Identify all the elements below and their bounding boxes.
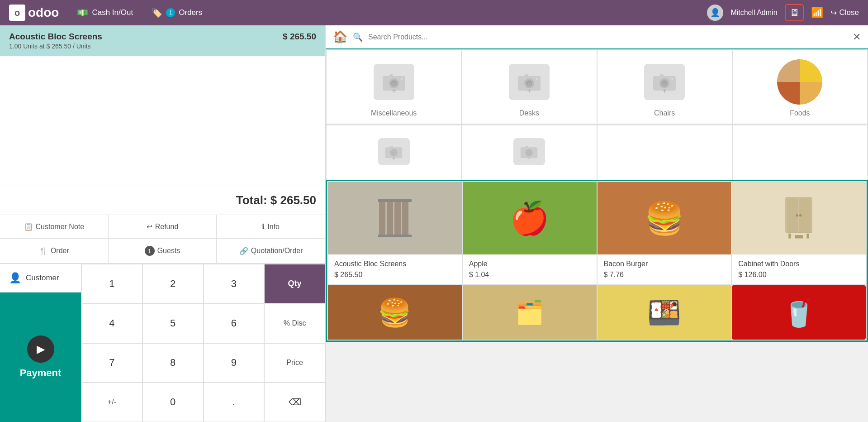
category-extra-1[interactable]: +: [327, 125, 461, 180]
search-close-icon[interactable]: ✕: [853, 31, 861, 43]
product-cabinet[interactable]: Cabinet with Doors $ 126.00: [732, 182, 866, 284]
logo: o odoo: [9, 5, 59, 21]
key-plusminus[interactable]: +/-: [81, 383, 142, 422]
quotation-button[interactable]: 🔗 Quotation/Order: [217, 239, 325, 264]
key-0[interactable]: 0: [142, 383, 204, 422]
product-acoustic[interactable]: Acoustic Bloc Screens $ 265.50: [328, 182, 462, 284]
camera-placeholder-chairs: +: [644, 64, 685, 100]
quotation-icon: 🔗: [239, 247, 248, 255]
key-1[interactable]: 1: [81, 264, 142, 303]
camera-placeholder-6: +: [513, 138, 545, 165]
product-name-cabinet: Cabinet with Doors: [738, 260, 859, 268]
close-icon: ↪: [830, 8, 837, 18]
svg-rect-43: [788, 234, 791, 239]
right-panel: 🏠 🔍 ✕: [326, 25, 868, 422]
products-grid: Acoustic Bloc Screens $ 265.50 🍎 Apple $…: [327, 181, 867, 340]
category-chairs[interactable]: + Chairs: [598, 50, 732, 124]
svg-rect-19: [660, 74, 664, 77]
key-disc[interactable]: % Disc: [264, 303, 325, 343]
order-item-name: Acoustic Bloc Screens: [9, 32, 102, 42]
customer-note-button[interactable]: 📋 Customer Note: [0, 215, 109, 239]
key-2[interactable]: 2: [142, 264, 204, 303]
chevron-right-icon: ▶: [37, 343, 45, 355]
cash-icon: 💵: [77, 7, 88, 18]
product-burger2[interactable]: 🍔: [328, 285, 462, 340]
order-button[interactable]: 🍴 Order: [0, 239, 109, 264]
camera-placeholder-desks: +: [509, 64, 550, 100]
svg-rect-30: [526, 146, 528, 148]
numpad: 1 2 3 Qty 4 5 6 % Disc 7 8 9 Price +/- 0…: [81, 264, 325, 422]
key-9[interactable]: 9: [204, 343, 265, 383]
key-4[interactable]: 4: [81, 303, 142, 343]
order-item-detail: 1.00 Units at $ 265.50 / Units: [9, 43, 102, 50]
order-item: Acoustic Bloc Screens 1.00 Units at $ 26…: [0, 25, 325, 56]
key-6[interactable]: 6: [204, 303, 265, 343]
top-nav: o odoo 💵 Cash In/Out 🏷️ 1 Orders 👤 Mitch…: [0, 0, 868, 25]
product-bacon-burger[interactable]: 🍔 Bacon Burger $ 7.76: [598, 182, 731, 284]
left-panel: Acoustic Bloc Screens 1.00 Units at $ 26…: [0, 25, 326, 422]
key-dot[interactable]: .: [204, 383, 265, 422]
svg-rect-35: [402, 200, 408, 236]
wifi-icon: 📶: [811, 7, 823, 19]
screen-button[interactable]: 🖥: [785, 4, 804, 21]
monitor-icon: 🖥: [789, 7, 799, 19]
svg-text:+: +: [527, 87, 531, 93]
customer-button[interactable]: 👤 Customer: [0, 264, 81, 293]
search-input[interactable]: [368, 33, 847, 41]
info-button[interactable]: ℹ Info: [217, 215, 325, 239]
svg-point-4: [401, 78, 403, 80]
products-scroll: + Miscellaneous: [326, 49, 868, 422]
info-icon: ℹ: [262, 222, 265, 231]
category-miscellaneous[interactable]: + Miscellaneous: [327, 50, 461, 124]
payment-circle: ▶: [27, 336, 54, 363]
svg-rect-26: [390, 146, 393, 148]
product-wood[interactable]: 🗂️: [463, 285, 597, 340]
home-button[interactable]: 🏠: [333, 30, 347, 44]
logo-icon: o: [9, 5, 25, 21]
category-desks[interactable]: + Desks: [462, 50, 596, 124]
key-backspace[interactable]: ⌫: [264, 383, 325, 422]
key-qty[interactable]: Qty: [264, 264, 325, 303]
svg-text:+: +: [392, 87, 396, 93]
search-bar: 🏠 🔍 ✕: [326, 25, 868, 49]
camera-placeholder-misc: +: [374, 64, 414, 100]
product-price-apple: $ 1.04: [469, 271, 590, 279]
payment-button[interactable]: ▶ Payment: [0, 293, 81, 422]
bottom-area: 👤 Customer ▶ Payment 1 2 3 Qty 4 5 6: [0, 264, 325, 422]
product-cheese[interactable]: 🍱: [598, 285, 731, 340]
refund-button[interactable]: ↩ Refund: [109, 215, 217, 239]
nav-right: 👤 Mitchell Admin 🖥 📶 ↪ Close: [707, 4, 859, 21]
refund-icon: ↩: [147, 222, 152, 231]
product-apple[interactable]: 🍎 Apple $ 1.04: [463, 182, 597, 284]
svg-text:+: +: [527, 155, 531, 160]
svg-rect-36: [378, 199, 412, 202]
svg-text:+: +: [662, 87, 666, 93]
product-cola[interactable]: 🥤: [732, 285, 866, 340]
key-7[interactable]: 7: [81, 343, 142, 383]
key-price[interactable]: Price: [264, 343, 325, 383]
orders-button[interactable]: 🏷️ 1 Orders: [151, 7, 202, 18]
main-layout: Acoustic Bloc Screens 1.00 Units at $ 26…: [0, 25, 868, 422]
guests-button[interactable]: 1 Guests: [109, 239, 217, 264]
customer-payment-col: 👤 Customer ▶ Payment: [0, 264, 81, 422]
customer-icon: 👤: [9, 272, 21, 284]
camera-placeholder-5: +: [378, 138, 410, 165]
svg-text:+: +: [392, 155, 395, 160]
category-extra-2[interactable]: +: [462, 125, 596, 180]
category-foods[interactable]: Foods: [733, 50, 867, 124]
order-item-price: $ 265.50: [283, 32, 316, 42]
guests-badge: 1: [145, 246, 155, 256]
cash-in-out-button[interactable]: 💵 Cash In/Out: [77, 7, 133, 18]
product-price-cabinet: $ 126.00: [738, 271, 859, 279]
svg-point-12: [536, 78, 538, 80]
categories-grid: + Miscellaneous: [326, 49, 868, 125]
category-label-foods: Foods: [790, 109, 810, 117]
close-button[interactable]: ↪ Close: [830, 8, 859, 18]
svg-rect-32: [379, 200, 385, 236]
key-8[interactable]: 8: [142, 343, 204, 383]
user-name: Mitchell Admin: [730, 9, 777, 17]
svg-rect-37: [378, 235, 412, 237]
key-5[interactable]: 5: [142, 303, 204, 343]
key-3[interactable]: 3: [204, 264, 265, 303]
svg-rect-3: [389, 74, 393, 77]
